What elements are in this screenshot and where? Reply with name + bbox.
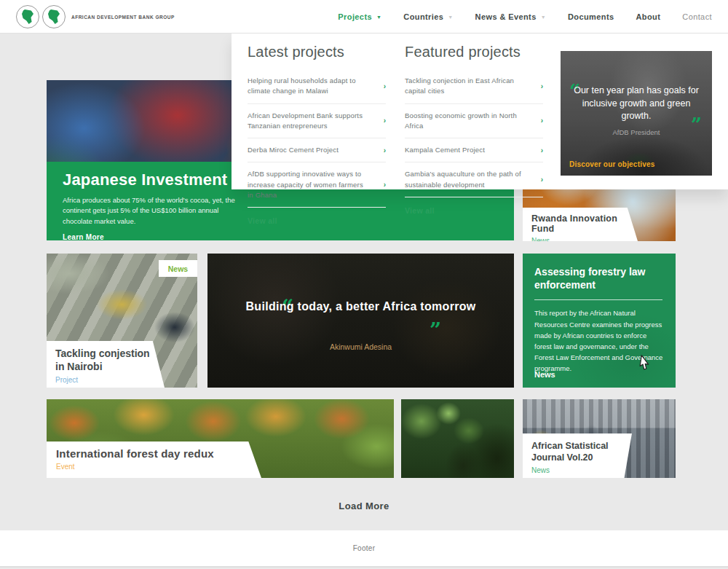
card-body: This report by the African Natural Resou… — [534, 307, 664, 374]
learn-more-link[interactable]: Learn More — [63, 233, 104, 240]
ranger-photo — [401, 399, 514, 478]
load-more-button[interactable]: Load More — [0, 501, 728, 511]
chevron-down-icon: ▼ — [376, 15, 381, 20]
nav-projects[interactable]: Projects ▼ — [338, 12, 381, 21]
projects-dropdown-panel: Latest projects Helping rural households… — [232, 34, 728, 189]
latest-projects-title: Latest projects — [248, 44, 386, 60]
nav-contact[interactable]: Contact — [682, 12, 712, 21]
quote-attribution: AfDB President — [561, 128, 712, 136]
forestry-content: Assessing forestry law enforcement This … — [523, 254, 676, 388]
card-forest-ranger-photo[interactable] — [401, 399, 514, 478]
featured-project-link[interactable]: Tackling conjection in East African capi… — [405, 69, 543, 104]
divider — [534, 299, 662, 300]
chevron-right-icon: › — [541, 117, 543, 125]
latest-view-all-link[interactable]: View all — [248, 216, 277, 225]
afdb-globe-icon — [42, 5, 66, 28]
card-quote-building-today[interactable]: “ Building today, a better Africa tomorr… — [207, 254, 514, 388]
nairobi-label-panel: Tackling conjestion in Nairobi Project — [47, 341, 165, 388]
footer: Footer — [0, 530, 728, 568]
nav-documents[interactable]: Documents — [568, 12, 614, 21]
latest-project-link[interactable]: Helping rural households adapt to climat… — [248, 69, 386, 104]
quote-text: Building today, a better Africa tomorrow — [207, 299, 514, 315]
card-tag: Project — [55, 376, 165, 384]
card-tag: News — [531, 237, 638, 241]
journal-label-panel: African Statistical Journal Vol.20 News — [523, 433, 632, 478]
featured-project-link[interactable]: Gambia's aquaculture on the path of sust… — [405, 162, 543, 197]
nav-news-events[interactable]: News & Events ▼ — [475, 12, 546, 21]
chevron-down-icon: ▼ — [448, 15, 453, 20]
featured-view-all-link[interactable]: View all — [405, 206, 435, 215]
nav-countries[interactable]: Countries ▼ — [403, 12, 453, 21]
chevron-right-icon: › — [384, 181, 386, 189]
latest-project-link[interactable]: Derba Miroc Cement Project › — [248, 138, 386, 162]
featured-project-link[interactable]: Kampala Cement Project › — [405, 138, 543, 162]
chevron-right-icon: › — [384, 146, 386, 154]
quote-attribution: Akinwumi Adesina — [207, 342, 514, 351]
latest-project-link[interactable]: African Development Bank supports Tanzan… — [248, 104, 386, 139]
card-tag: Event — [56, 463, 261, 471]
card-title: Assessing forestry law enforcement — [534, 265, 651, 291]
main-nav: Projects ▼ Countries ▼ News & Events ▼ D… — [338, 0, 712, 34]
card-title: Rwanda Innovation Fund — [531, 213, 638, 234]
page: AFRICAN DEVELOPMENT BANK GROUP Projects … — [0, 0, 728, 569]
afdb-logo[interactable]: AFRICAN DEVELOPMENT BANK GROUP — [16, 5, 175, 28]
card-title: African Statistical Journal Vol.20 — [531, 440, 619, 464]
quote-photo — [207, 254, 514, 388]
chevron-right-icon: › — [384, 117, 386, 125]
card-forestry-law[interactable]: Assessing forestry law enforcement This … — [523, 254, 676, 388]
afdb-emblem-icon — [16, 5, 39, 28]
card-title: Tackling conjestion in Nairobi — [55, 348, 150, 373]
chevron-right-icon: › — [541, 176, 543, 184]
card-forest-day[interactable]: International forest day redux Event — [47, 399, 394, 478]
chevron-right-icon: › — [541, 82, 543, 90]
news-badge: News — [159, 260, 197, 277]
card-title: International forest day redux — [56, 447, 261, 460]
latest-projects-column: Latest projects Helping rural households… — [248, 44, 386, 227]
latest-project-link[interactable]: AfDB supporting innovative ways to incre… — [248, 162, 386, 208]
chevron-right-icon: › — [541, 146, 543, 154]
close-quote-icon: ” — [430, 321, 441, 341]
featured-project-link[interactable]: Boosting economic growth in North Africa… — [405, 104, 543, 139]
card-nairobi-congestion[interactable]: News Tackling conjestion in Nairobi Proj… — [47, 254, 197, 388]
president-quote-card[interactable]: “ Our ten year plan has goals for inclus… — [561, 51, 712, 176]
footer-text: Footer — [353, 544, 376, 552]
card-tag: News — [531, 466, 632, 474]
quote-text: Our ten year plan has goals for inclusiv… — [571, 85, 702, 123]
featured-projects-title: Featured projects — [405, 44, 543, 60]
nav-about[interactable]: About — [636, 12, 661, 21]
logo-text: AFRICAN DEVELOPMENT BANK GROUP — [71, 15, 175, 20]
chevron-right-icon: › — [384, 82, 386, 90]
discover-objectives-link[interactable]: Discover our objectives — [569, 160, 654, 168]
header: AFRICAN DEVELOPMENT BANK GROUP Projects … — [0, 0, 728, 34]
card-tag: News — [534, 370, 555, 379]
hero-body: Africa produces about 75% of the world's… — [63, 195, 245, 227]
forestday-label-panel: International forest day redux Event — [47, 442, 261, 478]
featured-projects-column: Featured projects Tackling conjection in… — [405, 44, 543, 216]
chevron-down-icon: ▼ — [541, 15, 546, 20]
card-statistical-journal[interactable]: African Statistical Journal Vol.20 News — [523, 399, 676, 478]
